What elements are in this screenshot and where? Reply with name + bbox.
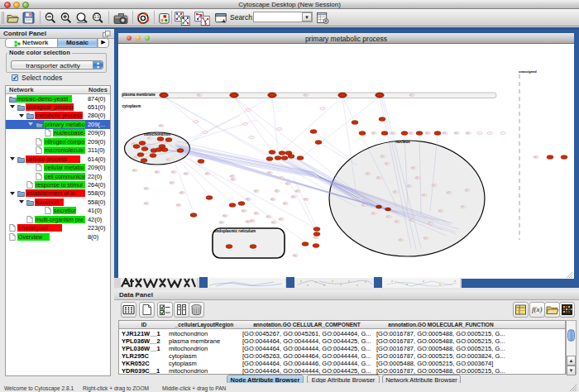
svg-text:1:1: 1:1 — [94, 15, 100, 19]
